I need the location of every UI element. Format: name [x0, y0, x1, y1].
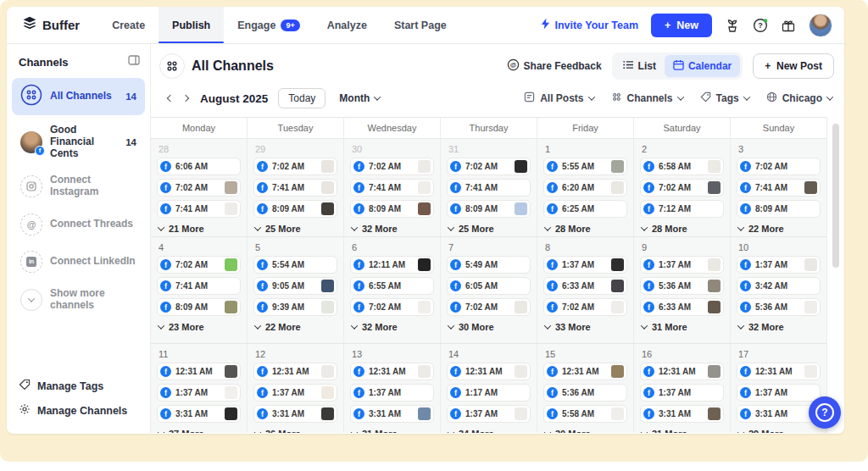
day-cell[interactable]: 28f6:06 AMf7:02 AMf7:41 AM21 More [151, 139, 248, 236]
help-icon[interactable]: ? [753, 18, 768, 33]
next-month-button[interactable] [178, 91, 193, 106]
more-posts-link[interactable]: 22 More [737, 221, 821, 236]
scheduled-post[interactable]: f8:09 AM [737, 200, 821, 218]
sidebar-item-connect-threads[interactable]: @ Connect Threads [12, 208, 145, 241]
scheduled-post[interactable]: f7:41 AM [350, 179, 434, 197]
more-posts-link[interactable]: 23 More [157, 319, 241, 335]
more-posts-link[interactable]: 32 More [350, 221, 434, 236]
more-posts-link[interactable]: 25 More [447, 221, 531, 236]
sidebar-item-connect-linkedin[interactable]: in Connect LinkedIn [12, 245, 145, 279]
day-cell[interactable]: 11f12:31 AMf1:37 AMf3:31 AM37 More [151, 344, 248, 433]
day-cell[interactable]: 1f5:55 AMf6:20 AMf6:25 AM28 More [537, 139, 634, 236]
tab-create[interactable]: Create [98, 7, 159, 43]
scheduled-post[interactable]: f1:37 AM [350, 384, 434, 402]
scheduled-post[interactable]: f9:05 AM [253, 277, 337, 295]
growth-plant-icon[interactable] [725, 18, 740, 33]
tab-analyze[interactable]: Analyze [314, 7, 381, 43]
filter-tags[interactable]: Tags [700, 91, 749, 105]
scheduled-post[interactable]: f6:20 AM [543, 179, 627, 197]
collapse-panel-icon[interactable] [128, 54, 140, 69]
tab-engage[interactable]: Engage 9+ [224, 7, 313, 43]
scheduled-post[interactable]: f5:58 AM [543, 405, 627, 423]
share-feedback-link[interactable]: @ Share Feedback [507, 58, 602, 74]
day-cell[interactable]: 8f1:37 AMf6:33 AMf7:02 AM33 More [537, 237, 634, 343]
scheduled-post[interactable]: f6:06 AM [157, 158, 241, 175]
day-cell[interactable]: 6f12:11 AMf6:55 AMf7:02 AM32 More [344, 237, 441, 343]
scheduled-post[interactable]: f7:02 AM [447, 298, 531, 316]
day-cell[interactable]: 14f12:31 AMf1:17 AMf1:37 AM34 More [441, 344, 537, 433]
scheduled-post[interactable]: f7:41 AM [737, 179, 821, 197]
scheduled-post[interactable]: f1:37 AM [157, 384, 241, 402]
scheduled-post[interactable]: f8:09 AM [447, 200, 531, 218]
scheduled-post[interactable]: f7:02 AM [157, 256, 241, 274]
scheduled-post[interactable]: f1:37 AM [253, 384, 337, 402]
more-posts-link[interactable]: 21 More [157, 221, 241, 236]
day-cell[interactable]: 29f7:02 AMf7:41 AMf8:09 AM25 More [248, 139, 344, 236]
scheduled-post[interactable]: f7:02 AM [640, 179, 724, 197]
scheduled-post[interactable]: f12:31 AM [737, 363, 821, 380]
more-posts-link[interactable]: 34 More [447, 426, 531, 433]
scheduled-post[interactable]: f5:55 AM [543, 158, 627, 175]
scheduled-post[interactable]: f7:02 AM [350, 298, 434, 316]
scheduled-post[interactable]: f7:02 AM [543, 298, 627, 316]
scheduled-post[interactable]: f3:31 AM [350, 405, 434, 423]
scheduled-post[interactable]: f5:54 AM [253, 256, 337, 274]
scheduled-post[interactable]: f9:39 AM [253, 298, 337, 316]
buffer-logo[interactable]: Buffer [7, 7, 98, 43]
tab-publish[interactable]: Publish [159, 7, 224, 43]
sidebar-item-all-channels[interactable]: All Channels 14 [12, 78, 145, 115]
scheduled-post[interactable]: f7:02 AM [447, 158, 531, 175]
scheduled-post[interactable]: f1:37 AM [737, 256, 821, 274]
invite-your-team-link[interactable]: Invite Your Team [541, 18, 638, 32]
filter-channels[interactable]: Channels [611, 91, 683, 105]
scheduled-post[interactable]: f1:37 AM [543, 256, 627, 274]
scheduled-post[interactable]: f3:31 AM [157, 405, 241, 423]
day-cell[interactable]: 2f6:58 AMf7:02 AMf7:12 AM28 More [634, 139, 731, 236]
scheduled-post[interactable]: f7:02 AM [737, 158, 821, 175]
user-avatar[interactable] [809, 14, 832, 37]
more-posts-link[interactable]: 22 More [253, 319, 337, 335]
manage-tags-link[interactable]: Manage Tags [19, 374, 150, 398]
tab-start-page[interactable]: Start Page [381, 7, 460, 43]
sidebar-item-show-more-channels[interactable]: Show more channels [12, 282, 145, 318]
scheduled-post[interactable]: f5:36 AM [737, 298, 821, 316]
day-cell[interactable]: 10f1:37 AMf3:42 AMf5:36 AM32 More [731, 237, 827, 343]
scheduled-post[interactable]: f5:36 AM [640, 277, 724, 295]
scheduled-post[interactable]: f7:02 AM [350, 158, 434, 175]
scheduled-post[interactable]: f6:05 AM [447, 277, 531, 295]
sidebar-item-connect-instagram[interactable]: Connect Instagram [12, 169, 145, 204]
granularity-select[interactable]: Month [339, 92, 380, 104]
day-cell[interactable]: 12f12:31 AMf1:37 AMf3:31 AM36 More [248, 344, 344, 433]
day-cell[interactable]: 16f12:31 AMf1:37 AMf3:31 AM31 More [634, 344, 731, 433]
sidebar-item-good-financial-cents[interactable]: f Good Financial Cents 14 [12, 119, 145, 165]
calendar-view-button[interactable]: Calendar [665, 55, 740, 77]
more-posts-link[interactable]: 25 More [253, 221, 337, 236]
day-cell[interactable]: 4f7:02 AMf7:41 AMf8:09 AM23 More [151, 237, 248, 343]
more-posts-link[interactable]: 31 More [350, 426, 434, 433]
scheduled-post[interactable]: f7:41 AM [157, 200, 241, 218]
scheduled-post[interactable]: f1:37 AM [640, 384, 724, 402]
scheduled-post[interactable]: f3:42 AM [737, 277, 821, 295]
day-cell[interactable]: 30f7:02 AMf7:41 AMf8:09 AM32 More [344, 139, 441, 236]
scheduled-post[interactable]: f1:37 AM [447, 405, 531, 423]
scheduled-post[interactable]: f7:41 AM [447, 179, 531, 197]
list-view-button[interactable]: List [615, 56, 665, 76]
scheduled-post[interactable]: f8:09 AM [157, 298, 241, 316]
more-posts-link[interactable]: 31 More [640, 426, 724, 433]
more-posts-link[interactable]: 30 More [447, 319, 531, 335]
filter-timezone[interactable]: Chicago [766, 91, 832, 105]
help-fab-button[interactable]: ? [809, 396, 841, 429]
day-cell[interactable]: 31f7:02 AMf7:41 AMf8:09 AM25 More [441, 139, 537, 236]
today-button[interactable]: Today [278, 88, 326, 108]
scheduled-post[interactable]: f7:41 AM [157, 277, 241, 295]
scheduled-post[interactable]: f8:09 AM [253, 200, 337, 218]
scheduled-post[interactable]: f3:31 AM [253, 405, 337, 423]
scheduled-post[interactable]: f7:41 AM [253, 179, 337, 197]
more-posts-link[interactable]: 28 More [640, 221, 724, 236]
scheduled-post[interactable]: f7:02 AM [157, 179, 241, 197]
scheduled-post[interactable]: f6:58 AM [640, 158, 724, 175]
more-posts-link[interactable]: 36 More [253, 426, 337, 433]
day-cell[interactable]: 15f12:31 AMf5:36 AMf5:58 AM30 More [537, 344, 634, 433]
previous-month-button[interactable] [163, 91, 178, 106]
scheduled-post[interactable]: f1:17 AM [447, 384, 531, 402]
